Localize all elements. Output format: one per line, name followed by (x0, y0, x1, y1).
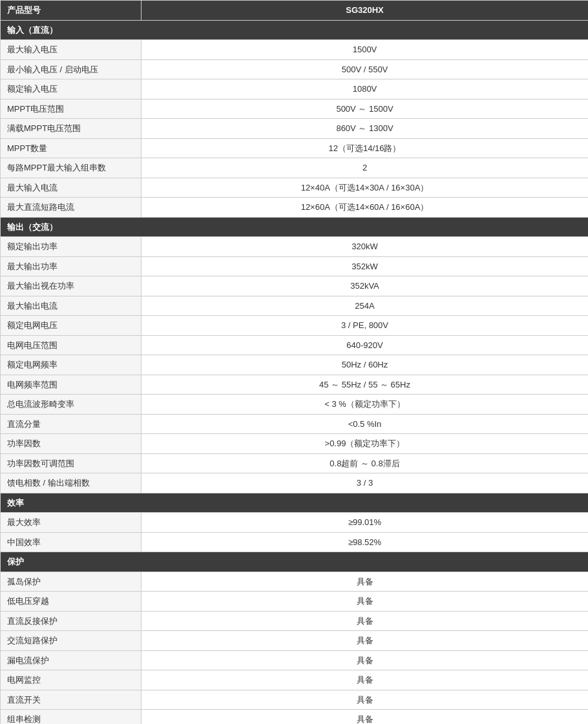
table-row: 最大输出电流254A (1, 296, 589, 316)
table-row: 馈电相数 / 输出端相数3 / 3 (1, 473, 589, 493)
row-value-3-0: 具备 (142, 572, 589, 592)
row-label-3-3: 交流短路保护 (1, 631, 142, 651)
table-row: 每路MPPT最大输入组串数2 (1, 158, 589, 178)
row-value-2-0: ≥99.01% (142, 513, 589, 533)
row-label-0-5: MPPT数量 (1, 138, 142, 158)
section-label-3: 保护 (1, 552, 589, 572)
row-label-1-9: 直流分量 (1, 414, 142, 434)
row-value-1-3: 254A (142, 296, 589, 316)
row-label-3-4: 漏电流保护 (1, 650, 142, 670)
row-label-0-6: 每路MPPT最大输入组串数 (1, 158, 142, 178)
section-header-3: 保护 (1, 552, 589, 572)
row-label-1-1: 最大输出功率 (1, 256, 142, 276)
row-label-1-2: 最大输出视在功率 (1, 276, 142, 296)
table-row: 最大效率≥99.01% (1, 513, 589, 533)
table-row: 中国效率≥98.52% (1, 532, 589, 552)
row-label-0-3: MPPT电压范围 (1, 99, 142, 119)
row-value-2-1: ≥98.52% (142, 532, 589, 552)
row-label-2-0: 最大效率 (1, 513, 142, 533)
row-value-1-10: >0.99（额定功率下） (142, 434, 589, 454)
table-row: 最大输入电压1500V (1, 40, 589, 60)
row-label-0-2: 额定输入电压 (1, 79, 142, 99)
table-row: 电网频率范围45 ～ 55Hz / 55 ～ 65Hz (1, 375, 589, 395)
row-value-1-11: 0.8超前 ～ 0.8滞后 (142, 453, 589, 473)
section-label-1: 输出（交流） (1, 217, 589, 237)
row-value-1-0: 320kW (142, 237, 589, 257)
row-label-1-12: 馈电相数 / 输出端相数 (1, 473, 142, 493)
row-label-1-10: 功率因数 (1, 434, 142, 454)
header-model: SG320HX (142, 1, 589, 21)
row-value-3-4: 具备 (142, 650, 589, 670)
row-label-1-11: 功率因数可调范围 (1, 453, 142, 473)
spec-table: 产品型号SG320HX输入（直流）最大输入电压1500V最小输入电压 / 启动电… (0, 0, 588, 724)
table-row: 孤岛保护具备 (1, 572, 589, 592)
section-label-0: 输入（直流） (1, 20, 589, 40)
row-label-3-6: 直流开关 (1, 690, 142, 710)
row-value-0-7: 12×40A（可选14×30A / 16×30A） (142, 178, 589, 198)
row-label-1-8: 总电流波形畸变率 (1, 395, 142, 415)
table-row: 总电流波形畸变率< 3 %（额定功率下） (1, 395, 589, 415)
table-row: 组串检测具备 (1, 710, 589, 725)
row-label-0-1: 最小输入电压 / 启动电压 (1, 59, 142, 79)
row-value-0-0: 1500V (142, 40, 589, 60)
row-value-1-6: 50Hz / 60Hz (142, 355, 589, 375)
row-value-3-1: 具备 (142, 592, 589, 612)
row-value-3-3: 具备 (142, 631, 589, 651)
table-row: MPPT数量12（可选14/16路） (1, 138, 589, 158)
table-row: 功率因数可调范围0.8超前 ～ 0.8滞后 (1, 453, 589, 473)
section-header-0: 输入（直流） (1, 20, 589, 40)
row-value-0-1: 500V / 550V (142, 59, 589, 79)
row-value-3-2: 具备 (142, 611, 589, 631)
row-value-3-5: 具备 (142, 670, 589, 690)
row-value-1-12: 3 / 3 (142, 473, 589, 493)
row-label-1-0: 额定输出功率 (1, 237, 142, 257)
row-value-0-8: 12×60A（可选14×60A / 16×60A） (142, 198, 589, 218)
row-value-0-5: 12（可选14/16路） (142, 138, 589, 158)
row-label-1-7: 电网频率范围 (1, 375, 142, 395)
table-row: 最大输出功率352kW (1, 256, 589, 276)
table-row: 额定电网电压3 / PE, 800V (1, 316, 589, 336)
table-row: 低电压穿越具备 (1, 592, 589, 612)
table-row: 额定输入电压1080V (1, 79, 589, 99)
table-row: 漏电流保护具备 (1, 650, 589, 670)
table-header-row: 产品型号SG320HX (1, 1, 589, 21)
table-row: 最大直流短路电流12×60A（可选14×60A / 16×60A） (1, 198, 589, 218)
row-value-0-4: 860V ～ 1300V (142, 119, 589, 139)
row-label-3-5: 电网监控 (1, 670, 142, 690)
row-label-1-4: 额定电网电压 (1, 316, 142, 336)
row-value-0-2: 1080V (142, 79, 589, 99)
table-row: 额定电网频率50Hz / 60Hz (1, 355, 589, 375)
table-row: 功率因数>0.99（额定功率下） (1, 434, 589, 454)
row-value-3-6: 具备 (142, 690, 589, 710)
row-label-1-6: 额定电网频率 (1, 355, 142, 375)
row-value-1-2: 352kVA (142, 276, 589, 296)
row-label-0-0: 最大输入电压 (1, 40, 142, 60)
row-label-3-0: 孤岛保护 (1, 572, 142, 592)
table-row: 最大输出视在功率352kVA (1, 276, 589, 296)
row-label-1-3: 最大输出电流 (1, 296, 142, 316)
row-value-1-8: < 3 %（额定功率下） (142, 395, 589, 415)
row-label-0-8: 最大直流短路电流 (1, 198, 142, 218)
row-value-1-4: 3 / PE, 800V (142, 316, 589, 336)
row-value-1-7: 45 ～ 55Hz / 55 ～ 65Hz (142, 375, 589, 395)
table-row: 直流分量<0.5 %In (1, 414, 589, 434)
table-row: 最小输入电压 / 启动电压500V / 550V (1, 59, 589, 79)
header-label: 产品型号 (1, 1, 142, 21)
table-row: 交流短路保护具备 (1, 631, 589, 651)
table-row: 电网监控具备 (1, 670, 589, 690)
table-row: 满载MPPT电压范围860V ～ 1300V (1, 119, 589, 139)
section-header-1: 输出（交流） (1, 217, 589, 237)
row-value-1-1: 352kW (142, 256, 589, 276)
row-label-0-7: 最大输入电流 (1, 178, 142, 198)
row-label-1-5: 电网电压范围 (1, 335, 142, 355)
section-header-2: 效率 (1, 493, 589, 513)
row-label-2-1: 中国效率 (1, 532, 142, 552)
row-value-1-5: 640-920V (142, 335, 589, 355)
table-row: 直流反接保护具备 (1, 611, 589, 631)
row-value-0-6: 2 (142, 158, 589, 178)
table-row: 额定输出功率320kW (1, 237, 589, 257)
row-value-1-9: <0.5 %In (142, 414, 589, 434)
row-value-0-3: 500V ～ 1500V (142, 99, 589, 119)
table-row: 直流开关具备 (1, 690, 589, 710)
section-label-2: 效率 (1, 493, 589, 513)
